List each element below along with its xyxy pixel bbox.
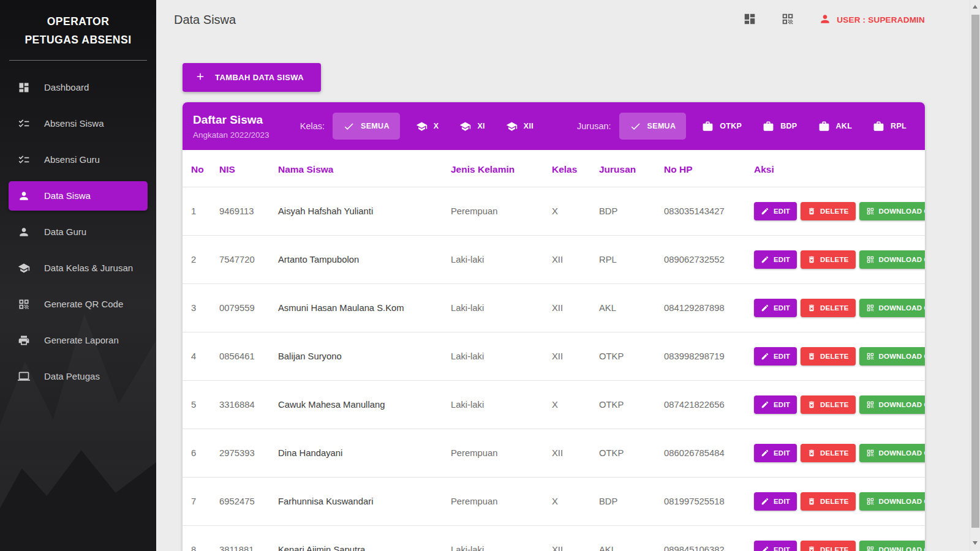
kelas-chips: SEMUAXXIXII <box>333 113 541 140</box>
delete-button[interactable]: DELETE <box>801 202 856 220</box>
edit-button[interactable]: EDIT <box>754 202 797 220</box>
delete-button[interactable]: DELETE <box>801 347 856 365</box>
sidebar-item-data-siswa[interactable]: Data Siswa <box>0 178 156 214</box>
cell-nis: 7547720 <box>214 236 273 284</box>
download-qr-button[interactable]: DOWNLOAD QR <box>859 250 925 269</box>
chip-label: BDP <box>780 122 797 130</box>
delete-button[interactable]: DELETE <box>801 444 856 462</box>
table-row: 19469113Aisyah Hafshah YuliantiPerempuan… <box>183 187 925 236</box>
delete-button[interactable]: DELETE <box>801 250 856 269</box>
download-qr-button[interactable]: DOWNLOAD QR <box>859 299 925 317</box>
work-icon <box>702 121 714 132</box>
sidebar-item-label: Generate Laporan <box>44 335 119 345</box>
sidebar-item-label: Data Petugas <box>44 371 100 381</box>
edit-button[interactable]: EDIT <box>754 541 797 551</box>
sidebar-item-data-kelas-jurusan[interactable]: Data Kelas & Jurusan <box>0 250 156 286</box>
cell-nis: 0079559 <box>214 284 273 332</box>
edit-button[interactable]: EDIT <box>754 492 797 511</box>
download-qr-button[interactable]: DOWNLOAD QR <box>859 492 925 511</box>
kelas-option-semua[interactable]: SEMUA <box>333 113 400 140</box>
edit-icon <box>761 352 769 361</box>
sidebar-item-generate-laporan[interactable]: Generate Laporan <box>0 322 156 358</box>
sidebar-divider <box>9 60 147 61</box>
main-area: Data Siswa USER : SUPERADMIN TAMBAH DATA… <box>156 0 980 551</box>
cell-jurusan: BDP <box>594 187 659 236</box>
work-icon <box>818 121 830 132</box>
download-qr-button[interactable]: DOWNLOAD QR <box>859 347 925 365</box>
table-row: 30079559Asmuni Hasan Maulana S.KomLaki-l… <box>183 284 925 332</box>
qr-icon <box>866 497 875 506</box>
column-header-jenis-kelamin: Jenis Kelamin <box>446 150 547 187</box>
school-icon <box>18 262 30 274</box>
download-qr-button[interactable]: DOWNLOAD QR <box>859 202 925 220</box>
jurusan-option-otkp[interactable]: OTKP <box>694 113 750 140</box>
cell-hp: 081997525518 <box>659 478 749 526</box>
jurusan-option-bdp[interactable]: BDP <box>755 113 805 140</box>
kelas-option-xi[interactable]: XI <box>451 113 492 140</box>
cell-nama: Dina Handayani <box>273 429 446 478</box>
edit-button[interactable]: EDIT <box>754 395 797 414</box>
download-qr-label: DOWNLOAD QR <box>879 208 925 215</box>
vertical-scrollbar[interactable] <box>970 0 980 551</box>
table-row: 62975393Dina HandayaniPerempuanXIIOTKP08… <box>183 429 925 478</box>
cell-nama: Artanto Tampubolon <box>273 236 446 284</box>
qr-icon <box>866 207 875 216</box>
person-icon <box>819 13 831 25</box>
cell-jk: Laki-laki <box>446 236 547 284</box>
kelas-option-x[interactable]: X <box>408 113 447 140</box>
sidebar-item-generate-qr-code[interactable]: Generate QR Code <box>0 286 156 322</box>
cell-aksi: EDITDELETEDOWNLOAD QR <box>749 478 925 526</box>
scroll-down-arrow-icon[interactable] <box>973 541 978 545</box>
plus-icon <box>195 71 206 84</box>
kelas-filter-label: Kelas: <box>300 121 325 131</box>
checklist-icon <box>18 118 30 130</box>
delete-button[interactable]: DELETE <box>801 299 856 317</box>
sidebar-item-data-petugas[interactable]: Data Petugas <box>0 358 156 394</box>
edit-button[interactable]: EDIT <box>754 444 797 462</box>
sidebar-item-absensi-guru[interactable]: Absensi Guru <box>0 141 156 178</box>
scroll-up-arrow-icon[interactable] <box>973 5 978 9</box>
jurusan-option-rpl[interactable]: RPL <box>865 113 914 140</box>
delete-button[interactable]: DELETE <box>801 492 856 511</box>
download-qr-button[interactable]: DOWNLOAD QR <box>859 395 925 414</box>
dashboard-shortcut-icon[interactable] <box>743 12 758 27</box>
table-row: 53316884Cawuk Mahesa ManullangLaki-lakiX… <box>183 381 925 429</box>
dashboard-icon <box>743 12 756 26</box>
qr-icon <box>781 12 794 26</box>
edit-button[interactable]: EDIT <box>754 250 797 269</box>
topbar-actions: USER : SUPERADMIN <box>743 12 962 27</box>
jurusan-option-akl[interactable]: AKL <box>810 113 861 140</box>
sidebar-item-label: Generate QR Code <box>44 299 123 309</box>
cell-jurusan: OTKP <box>594 381 659 429</box>
qr-shortcut-icon[interactable] <box>781 12 796 27</box>
edit-icon <box>761 545 769 551</box>
app-title: OPERATOR PETUGAS ABSENSI <box>0 0 156 59</box>
jurusan-option-semua[interactable]: SEMUA <box>619 113 687 140</box>
sidebar-item-data-guru[interactable]: Data Guru <box>0 214 156 250</box>
table-row: 40856461Balijan SuryonoLaki-lakiXIIOTKP0… <box>183 332 925 381</box>
edit-button[interactable]: EDIT <box>754 347 797 365</box>
column-header-nis: NIS <box>214 150 273 187</box>
cell-kelas: XII <box>547 429 594 478</box>
download-qr-button[interactable]: DOWNLOAD QR <box>859 444 925 462</box>
scrollbar-thumb[interactable] <box>971 15 979 528</box>
kelas-option-xii[interactable]: XII <box>498 113 541 140</box>
edit-label: EDIT <box>774 401 790 408</box>
delete-button[interactable]: DELETE <box>801 541 856 551</box>
sidebar-item-absensi-siswa[interactable]: Absensi Siswa <box>0 105 156 141</box>
laptop-icon <box>18 370 30 383</box>
work-icon <box>873 121 884 132</box>
cell-kelas: X <box>547 381 594 429</box>
edit-button[interactable]: EDIT <box>754 299 797 317</box>
user-badge[interactable]: USER : SUPERADMIN <box>819 13 925 27</box>
add-student-button[interactable]: TAMBAH DATA SISWA <box>183 63 321 92</box>
jurusan-filter-label: Jurusan: <box>577 121 611 131</box>
sidebar-item-dashboard[interactable]: Dashboard <box>0 69 156 105</box>
column-header-kelas: Kelas <box>547 150 594 187</box>
print-icon <box>18 334 30 347</box>
delete-button[interactable]: DELETE <box>801 395 856 414</box>
cell-nis: 3811881 <box>214 526 273 551</box>
cell-jurusan: OTKP <box>594 332 659 381</box>
check-icon <box>630 121 641 132</box>
download-qr-button[interactable]: DOWNLOAD QR <box>859 541 925 551</box>
